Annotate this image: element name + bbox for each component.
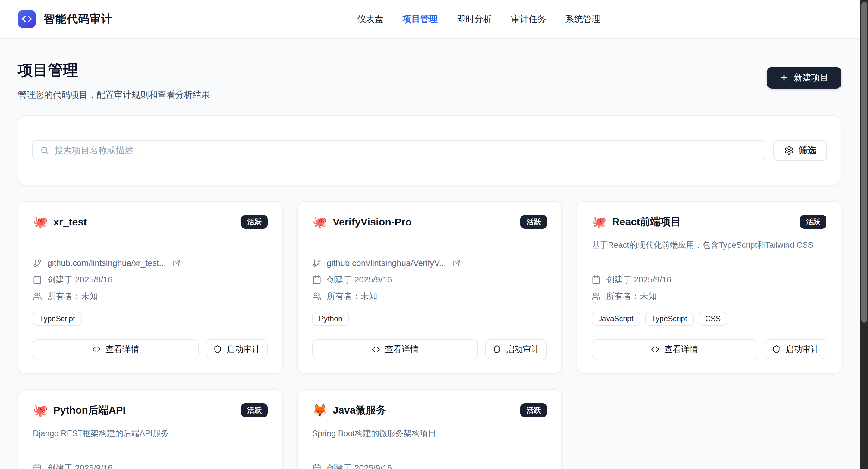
project-title-wrap: 🐙 VerifyVision-Pro — [312, 216, 412, 228]
project-name: VerifyVision-Pro — [333, 216, 412, 228]
git-branch-icon — [33, 259, 42, 268]
status-badge: 活跃 — [800, 215, 827, 229]
nav-item-dashboard[interactable]: 仪表盘 — [357, 13, 383, 25]
created-row: 创建于 2025/9/16 — [312, 271, 547, 288]
code-icon — [372, 345, 380, 353]
owner-row: 所有者：未知 — [592, 288, 827, 305]
page-header: 项目管理 管理您的代码项目，配置审计规则和查看分析结果 新建项目 — [18, 60, 841, 101]
repo-row[interactable]: github.com/lintsinghua/xr_test... — [33, 255, 268, 271]
audit-button-label: 启动审计 — [506, 344, 540, 355]
created-text: 创建于 2025/9/16 — [606, 274, 671, 285]
created-text: 创建于 2025/9/16 — [327, 274, 392, 285]
filter-button-label: 筛选 — [799, 145, 816, 156]
nav-item-live-analysis[interactable]: 即时分析 — [457, 13, 492, 25]
page-heading-block: 项目管理 管理您的代码项目，配置审计规则和查看分析结果 — [18, 60, 210, 101]
project-card-header: 🐙 VerifyVision-Pro 活跃 — [312, 215, 547, 229]
language-tag: TypeScript — [33, 312, 82, 325]
search-icon — [40, 146, 49, 155]
filter-button[interactable]: 筛选 — [773, 140, 827, 161]
project-emoji: 🐙 — [592, 216, 607, 228]
scrollbar-thumb[interactable] — [861, 2, 867, 322]
nav-item-system[interactable]: 系统管理 — [565, 13, 600, 25]
project-card-header: 🐙 Python后端API 活跃 — [33, 403, 268, 417]
project-meta: github.com/lintsinghua/xr_test... 创建于 20… — [33, 255, 268, 305]
project-name: Python后端API — [53, 403, 126, 417]
project-title-wrap: 🐙 xr_test — [33, 216, 87, 228]
created-text: 创建于 2025/9/16 — [47, 462, 113, 469]
view-details-button[interactable]: 查看详情 — [33, 339, 198, 359]
shield-icon — [772, 345, 781, 353]
language-tag: CSS — [699, 312, 727, 325]
start-audit-button[interactable]: 启动审计 — [765, 339, 827, 359]
project-card-header: 🦊 Java微服务 活跃 — [312, 403, 547, 417]
card-actions: 查看详情 启动审计 — [592, 339, 827, 359]
project-meta: 创建于 2025/9/16 所有者：未知 — [33, 460, 268, 469]
project-description: Spring Boot构建的微服务架构项目 — [312, 428, 547, 460]
project-meta: github.com/lintsinghua/VerifyV... 创建于 20… — [312, 255, 547, 305]
start-audit-button[interactable]: 启动审计 — [206, 339, 268, 359]
tag-list: TypeScript — [33, 312, 268, 325]
brand: 智能代码审计 — [18, 10, 113, 28]
code-icon — [651, 345, 659, 353]
project-grid: 🐙 xr_test 活跃 github.com/lintsinghua/xr_t… — [18, 201, 841, 469]
project-emoji: 🐙 — [33, 404, 48, 416]
shield-icon — [493, 345, 501, 353]
project-name: React前端项目 — [612, 215, 681, 229]
tag-list: JavaScriptTypeScriptCSS — [592, 312, 827, 325]
search-box — [32, 140, 766, 160]
page-title: 项目管理 — [18, 60, 210, 81]
project-card: 🐙 Python后端API 活跃 Django REST框架构建的后端API服务… — [18, 389, 283, 469]
details-button-label: 查看详情 — [664, 344, 698, 355]
owner-text: 所有者：未知 — [327, 290, 377, 302]
created-text: 创建于 2025/9/16 — [47, 274, 113, 285]
nav-item-audit-tasks[interactable]: 审计任务 — [511, 13, 546, 25]
search-input[interactable] — [55, 146, 758, 156]
details-button-label: 查看详情 — [385, 344, 418, 355]
main-nav: 仪表盘项目管理即时分析审计任务系统管理 — [357, 0, 600, 39]
project-card-header: 🐙 React前端项目 活跃 — [592, 215, 827, 229]
nav-item-projects[interactable]: 项目管理 — [403, 13, 438, 25]
owner-row: 所有者：未知 — [312, 288, 547, 305]
external-link-icon — [173, 259, 181, 267]
project-title-wrap: 🐙 Python后端API — [33, 403, 126, 417]
users-icon — [592, 292, 601, 301]
new-project-button-label: 新建项目 — [794, 72, 829, 84]
view-details-button[interactable]: 查看详情 — [592, 339, 757, 359]
owner-text: 所有者：未知 — [606, 290, 657, 302]
project-card: 🐙 VerifyVision-Pro 活跃 github.com/lintsin… — [297, 201, 562, 374]
audit-button-label: 启动审计 — [227, 344, 260, 355]
start-audit-button[interactable]: 启动审计 — [485, 339, 547, 359]
project-description — [312, 239, 547, 255]
owner-text: 所有者：未知 — [47, 290, 98, 302]
card-actions: 查看详情 启动审计 — [33, 339, 268, 359]
status-badge: 活跃 — [521, 215, 547, 229]
repo-link-text: github.com/lintsinghua/xr_test... — [47, 258, 166, 268]
code-icon — [92, 345, 101, 353]
git-branch-icon — [312, 259, 321, 268]
created-row: 创建于 2025/9/16 — [33, 271, 268, 288]
project-card: 🦊 Java微服务 活跃 Spring Boot构建的微服务架构项目 创建于 2… — [297, 389, 562, 469]
created-text: 创建于 2025/9/16 — [327, 462, 392, 469]
app-title: 智能代码审计 — [44, 11, 113, 27]
shield-icon — [213, 345, 222, 353]
gear-icon — [784, 146, 794, 155]
status-badge: 活跃 — [521, 403, 547, 417]
new-project-button[interactable]: 新建项目 — [767, 67, 841, 89]
top-navigation-bar: 智能代码审计 仪表盘项目管理即时分析审计任务系统管理 — [0, 0, 868, 39]
repo-row[interactable]: github.com/lintsinghua/VerifyV... — [312, 255, 547, 271]
scrollbar[interactable] — [860, 0, 868, 469]
owner-row: 所有者：未知 — [33, 288, 268, 305]
users-icon — [312, 292, 321, 301]
calendar-icon — [33, 275, 42, 284]
project-emoji: 🦊 — [312, 404, 327, 416]
view-details-button[interactable]: 查看详情 — [312, 339, 478, 359]
project-title-wrap: 🦊 Java微服务 — [312, 403, 386, 417]
language-tag: JavaScript — [592, 312, 640, 325]
project-name: Java微服务 — [333, 403, 386, 417]
audit-button-label: 启动审计 — [785, 344, 819, 355]
external-link-icon — [453, 259, 461, 267]
project-description — [33, 239, 268, 255]
code-icon — [22, 14, 32, 24]
project-emoji: 🐙 — [312, 216, 327, 228]
calendar-icon — [312, 464, 321, 469]
